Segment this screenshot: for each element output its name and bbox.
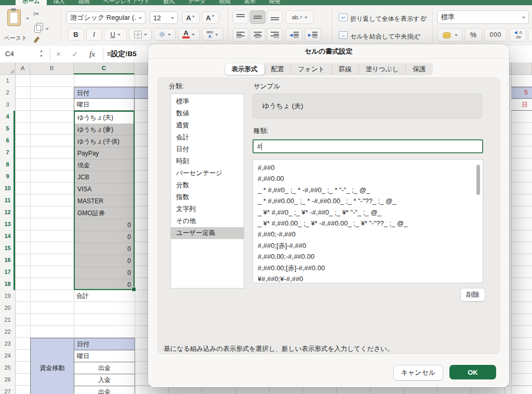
ok-button[interactable]: OK bbox=[449, 365, 496, 379]
ribbon-tab[interactable]: ページレイアウト bbox=[97, 0, 157, 5]
category-item[interactable]: 会計 bbox=[171, 132, 244, 143]
format-code-item[interactable]: ¥#,##0;¥-#,##0 bbox=[258, 273, 483, 283]
row-header[interactable]: 16 bbox=[0, 254, 15, 266]
comma-format-button[interactable]: 000 bbox=[484, 28, 507, 42]
font-color-button[interactable]: A bbox=[178, 28, 200, 41]
cell-zero-value[interactable]: 0 bbox=[75, 267, 134, 279]
increase-indent-button[interactable]: ▶ bbox=[304, 28, 321, 42]
cell-zero-value[interactable]: 0 bbox=[75, 279, 134, 291]
category-item[interactable]: 指数 bbox=[171, 191, 244, 203]
category-item[interactable]: ユーザー定義 bbox=[171, 227, 244, 239]
merge-center-button[interactable]: セルを結合して中央揃え bbox=[350, 32, 420, 41]
row-header[interactable]: 8 bbox=[0, 159, 15, 170]
name-box[interactable]: C4 bbox=[5, 46, 14, 62]
dialog-tab[interactable]: 配置 bbox=[264, 63, 291, 75]
category-item[interactable]: 時刻 bbox=[171, 155, 244, 167]
cancel-button[interactable]: キャンセル bbox=[393, 365, 443, 380]
font-size-select[interactable]: 12 bbox=[150, 11, 178, 24]
cell-account-label[interactable]: VISA bbox=[75, 183, 134, 195]
decrease-font-size-button[interactable]: A▼ bbox=[202, 11, 219, 24]
row-header[interactable]: 15 bbox=[0, 242, 15, 254]
row-header[interactable]: 13 bbox=[0, 218, 15, 230]
row-header[interactable]: 2 bbox=[0, 87, 15, 99]
cell-zero-value[interactable]: 0 bbox=[75, 231, 134, 243]
underline-button[interactable]: U bbox=[104, 28, 127, 41]
format-code-item[interactable]: #,##0.00 bbox=[258, 173, 483, 184]
format-code-item[interactable]: _ * #,##0.00_ ;_ * -#,##0.00_ ;_ * "-"??… bbox=[258, 195, 483, 206]
format-code-item[interactable]: #,##0;[赤]-#,##0 bbox=[258, 240, 483, 251]
name-box-stepper[interactable]: ▲ ▼ bbox=[39, 48, 43, 59]
ribbon-tab[interactable]: 数式 bbox=[156, 0, 181, 5]
column-header-c[interactable]: C bbox=[74, 62, 135, 74]
selected-range-c4-c18[interactable]: ゆうちょ(夫) ゆうちょ(妻) ゆうちょ(子供) PayPay 現金 JCB V… bbox=[74, 111, 135, 290]
borders-button[interactable] bbox=[129, 28, 152, 41]
ribbon-tab[interactable]: 校閲 bbox=[212, 0, 237, 5]
chevron-down-icon[interactable] bbox=[418, 34, 421, 38]
align-right-button[interactable] bbox=[267, 28, 283, 42]
increase-decimal-button[interactable]: ◀.0 .00 bbox=[510, 28, 526, 42]
category-item[interactable]: 標準 bbox=[171, 96, 244, 108]
chevron-down-icon[interactable] bbox=[26, 18, 29, 21]
category-item[interactable]: 文字列 bbox=[171, 203, 244, 215]
cell-account-label[interactable]: ゆうちょ(妻) bbox=[75, 124, 134, 136]
type-input[interactable]: # bbox=[252, 139, 483, 153]
format-code-item[interactable]: _ * #,##0_ ;_ * -#,##0_ ;_ * "-"_ ;_ @_ bbox=[258, 185, 483, 195]
cell-account-label[interactable]: GMO証券 bbox=[75, 207, 134, 219]
format-code-item[interactable]: _ ¥* #,##0_ ;_ ¥* -#,##0_ ;_ ¥* "-"_ ;_ … bbox=[258, 207, 483, 218]
format-code-item[interactable]: _ ¥* #,##0.00_ ;_ ¥* -#,##0.00_ ;_ ¥* "-… bbox=[258, 218, 483, 229]
row-header[interactable]: 20 bbox=[0, 302, 15, 314]
confirm-entry-icon[interactable]: ✓ bbox=[72, 46, 78, 62]
row-header[interactable]: 25 bbox=[0, 362, 15, 374]
ribbon-tab[interactable]: 描画 bbox=[72, 0, 97, 5]
row-header[interactable]: 9 bbox=[0, 170, 15, 182]
scrollbar-thumb[interactable] bbox=[476, 165, 480, 195]
text-orientation-button[interactable]: ab ↗ bbox=[286, 10, 314, 24]
row-header[interactable]: 14 bbox=[0, 230, 15, 242]
decrease-indent-button[interactable]: ◀ bbox=[286, 28, 302, 42]
ribbon-tab[interactable]: 表示 bbox=[237, 0, 262, 5]
align-middle-button[interactable] bbox=[250, 10, 265, 24]
align-bottom-button[interactable] bbox=[267, 10, 283, 24]
dialog-tab[interactable]: フォント bbox=[291, 63, 331, 75]
row-header[interactable]: 12 bbox=[0, 206, 15, 218]
column-header-b[interactable]: B bbox=[30, 62, 74, 74]
formula-input[interactable]: =設定!B5 bbox=[107, 46, 137, 62]
align-top-button[interactable] bbox=[233, 10, 248, 24]
row-header[interactable]: 21 bbox=[0, 314, 15, 326]
cell-total-label[interactable]: 合計 bbox=[74, 290, 135, 302]
dialog-tab[interactable]: 罫線 bbox=[331, 63, 358, 75]
category-item[interactable]: パーセンテージ bbox=[171, 167, 244, 179]
row-header[interactable]: 4 bbox=[0, 111, 15, 123]
cell-funds-transfer-merged[interactable]: 資金移動 bbox=[31, 338, 74, 394]
category-item[interactable]: 分数 bbox=[171, 179, 244, 191]
cell-account-label[interactable]: JCB bbox=[75, 172, 134, 183]
delete-button[interactable]: 削除 bbox=[460, 288, 485, 301]
dialog-tab[interactable]: 表示形式 bbox=[225, 63, 264, 75]
table2-row-cell[interactable]: 入金 bbox=[74, 374, 135, 386]
format-code-item[interactable]: #,##0.00;[赤]-#,##0.00 bbox=[258, 262, 483, 273]
ribbon-tab[interactable]: 挿入 bbox=[47, 0, 72, 5]
italic-button[interactable]: I bbox=[86, 28, 102, 41]
cell-zero-value[interactable]: 0 bbox=[75, 219, 134, 231]
decrease-decimal-button[interactable]: .00 ▶.0 bbox=[528, 28, 532, 42]
number-format-select[interactable]: 標準 bbox=[437, 10, 529, 24]
align-center-button[interactable] bbox=[250, 28, 265, 42]
cell-account-label[interactable]: MASTER bbox=[75, 195, 134, 207]
fill-color-button[interactable] bbox=[154, 28, 176, 41]
ribbon-tab[interactable]: ホーム bbox=[16, 0, 47, 5]
format-painter-icon[interactable] bbox=[34, 36, 40, 43]
row-header[interactable]: 10 bbox=[0, 182, 15, 194]
cell-c2-date[interactable]: 日付 bbox=[74, 87, 135, 99]
paste-clipboard-icon[interactable] bbox=[7, 9, 21, 26]
cell-day-value-partial[interactable]: 日 bbox=[511, 99, 532, 111]
select-all-corner[interactable] bbox=[0, 62, 16, 74]
row-header[interactable]: 3 bbox=[0, 99, 15, 111]
row-header[interactable]: 22 bbox=[0, 326, 15, 338]
column-header-a[interactable]: A bbox=[16, 62, 30, 74]
font-name-select[interactable]: 游ゴシック Regular (… bbox=[66, 11, 145, 24]
row-header[interactable]: 26 bbox=[0, 374, 15, 386]
table2-row-cell[interactable]: 日付 bbox=[74, 338, 135, 350]
cell-date-value-partial[interactable]: 5 bbox=[511, 87, 532, 99]
sheet-grid-right[interactable] bbox=[511, 75, 532, 394]
cell-zero-value[interactable]: 0 bbox=[75, 243, 134, 255]
